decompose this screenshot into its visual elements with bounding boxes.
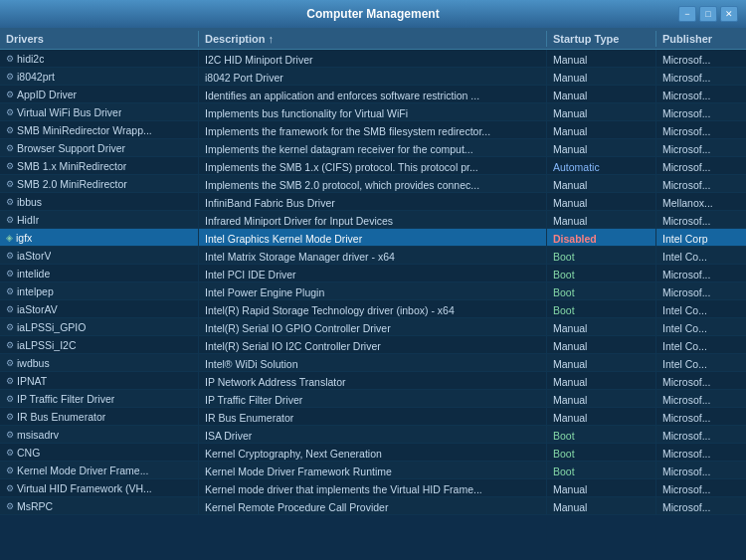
cell-startup: Manual [547,336,656,354]
gear-icon: ⚙ [6,300,14,318]
col-header-drivers[interactable]: Drivers [0,31,199,47]
cell-startup: Manual [547,121,656,139]
table-row[interactable]: ⚙HidIrInfrared Miniport Driver for Input… [0,211,746,229]
driver-name: intelpep [17,282,54,300]
table-row[interactable]: ⚙msisadrvISA DriverBootMicrosof... [0,426,746,444]
cell-startup: Manual [547,354,656,372]
cell-driver: ⚙AppID Driver [0,86,199,103]
cell-startup: Manual [547,86,656,103]
close-button[interactable]: ✕ [720,6,738,22]
cell-driver: ⚙iaLPSSi_GPIO [0,318,199,336]
cell-startup: Boot [547,282,656,300]
table-row[interactable]: ⚙Virtual WiFi Bus DriverImplements bus f… [0,103,746,121]
driver-name: iaLPSSi_GPIO [17,318,86,336]
table-row[interactable]: ⚙IP Traffic Filter DriverIP Traffic Filt… [0,390,746,408]
table-row[interactable]: ⚙intelideIntel PCI IDE DriverBootMicroso… [0,265,746,282]
restore-button[interactable]: □ [699,6,717,22]
cell-startup: Manual [547,50,656,68]
cell-startup: Manual [547,372,656,390]
cell-driver: ⚙intelpep [0,282,199,300]
cell-driver: ⚙SMB 2.0 MiniRedirector [0,175,199,193]
cell-driver: ⚙iaLPSSi_I2C [0,336,199,354]
gear-icon: ⚙ [6,462,14,479]
cell-description: Implements bus functionality for Virtual… [199,103,547,121]
table-row[interactable]: ⚙i8042prti8042 Port DriverManualMicrosof… [0,68,746,86]
cell-publisher: Microsof... [656,390,746,408]
cell-driver: ⚙iwdbus [0,354,199,372]
drivers-table: ⚙hidi2cI2C HID Miniport DriverManualMicr… [0,50,746,560]
gear-icon: ⚙ [6,121,14,139]
driver-name: SMB MiniRedirector Wrapp... [17,121,152,139]
column-headers: Drivers Description ↑ Startup Type Publi… [0,28,746,50]
table-row[interactable]: ⚙iaStorAVIntel(R) Rapid Storage Technolo… [0,300,746,318]
chip-icon: ◈ [6,229,13,247]
cell-driver: ⚙IR Bus Enumerator [0,408,199,426]
cell-description: Implements the SMB 2.0 protocol, which p… [199,175,547,193]
cell-description: IP Traffic Filter Driver [199,390,547,408]
table-row[interactable]: ⚙SMB MiniRedirector Wrapp...Implements t… [0,121,746,139]
cell-driver: ⚙Kernel Mode Driver Frame... [0,462,199,479]
table-row[interactable]: ⚙SMB 2.0 MiniRedirectorImplements the SM… [0,175,746,193]
cell-startup: Boot [547,265,656,282]
cell-driver: ⚙CNG [0,444,199,462]
col-header-publisher[interactable]: Publisher [656,31,746,47]
driver-name: HidIr [17,211,39,229]
cell-startup: Boot [547,247,656,265]
driver-name: msisadrv [17,426,59,444]
cell-publisher: Microsof... [656,211,746,229]
table-row[interactable]: ⚙MsRPCKernel Remote Procedure Call Provi… [0,497,746,515]
gear-icon: ⚙ [6,282,14,300]
table-row[interactable]: ⚙IR Bus EnumeratorIR Bus EnumeratorManua… [0,408,746,426]
cell-publisher: Microsof... [656,50,746,68]
cell-description: Kernel Mode Driver Framework Runtime [199,462,547,479]
cell-startup: Manual [547,68,656,86]
table-row[interactable]: ⚙iwdbusIntel® WiDi SolutionManualIntel C… [0,354,746,372]
table-row[interactable]: ⚙intelpepIntel Power Engine PluginBootMi… [0,282,746,300]
gear-icon: ⚙ [6,408,14,426]
cell-publisher: Microsof... [656,68,746,86]
gear-icon: ⚙ [6,426,14,444]
cell-description: Implements the framework for the SMB fil… [199,121,547,139]
table-row[interactable]: ⚙ibbusInfiniBand Fabric Bus DriverManual… [0,193,746,211]
cell-driver: ⚙Browser Support Driver [0,139,199,157]
table-row[interactable]: ⚙iaStorVIntel Matrix Storage Manager dri… [0,247,746,265]
window-controls: − □ ✕ [678,6,738,22]
table-row[interactable]: ◈igfxIntel Graphics Kernel Mode DriverDi… [0,229,746,247]
col-header-description[interactable]: Description ↑ [199,31,547,47]
gear-icon: ⚙ [6,336,14,354]
driver-name: IP Traffic Filter Driver [17,390,114,408]
cell-description: Intel(R) Rapid Storage Technology driver… [199,300,547,318]
table-row[interactable]: ⚙Virtual HID Framework (VH...Kernel mode… [0,479,746,497]
gear-icon: ⚙ [6,50,14,68]
cell-description: i8042 Port Driver [199,68,547,86]
cell-publisher: Intel Co... [656,247,746,265]
table-row[interactable]: ⚙iaLPSSi_GPIOIntel(R) Serial IO GPIO Con… [0,318,746,336]
table-row[interactable]: ⚙iaLPSSi_I2CIntel(R) Serial IO I2C Contr… [0,336,746,354]
cell-description: InfiniBand Fabric Bus Driver [199,193,547,211]
cell-publisher: Microsof... [656,444,746,462]
cell-driver: ⚙iaStorV [0,247,199,265]
table-row[interactable]: ⚙SMB 1.x MiniRedirectorImplements the SM… [0,157,746,175]
table-row[interactable]: ⚙CNGKernel Cryptography, Next Generation… [0,444,746,462]
gear-icon: ⚙ [6,247,14,265]
cell-startup: Manual [547,408,656,426]
cell-description: Intel® WiDi Solution [199,354,547,372]
driver-name: iaLPSSi_I2C [17,336,77,354]
minimize-button[interactable]: − [678,6,696,22]
table-row[interactable]: ⚙AppID DriverIdentifies an application a… [0,86,746,103]
cell-publisher: Microsof... [656,175,746,193]
cell-description: I2C HID Miniport Driver [199,50,547,68]
table-row[interactable]: ⚙Kernel Mode Driver Frame...Kernel Mode … [0,462,746,479]
cell-publisher: Microsof... [656,86,746,103]
cell-driver: ◈igfx [0,229,199,247]
col-header-startup[interactable]: Startup Type [547,31,656,47]
table-row[interactable]: ⚙hidi2cI2C HID Miniport DriverManualMicr… [0,50,746,68]
cell-publisher: Microsof... [656,121,746,139]
table-row[interactable]: ⚙Browser Support DriverImplements the ke… [0,139,746,157]
table-row[interactable]: ⚙IPNATIP Network Address TranslatorManua… [0,372,746,390]
gear-icon: ⚙ [6,211,14,229]
cell-driver: ⚙SMB MiniRedirector Wrapp... [0,121,199,139]
window-title: Computer Management [68,7,678,21]
cell-driver: ⚙iaStorAV [0,300,199,318]
cell-driver: ⚙HidIr [0,211,199,229]
